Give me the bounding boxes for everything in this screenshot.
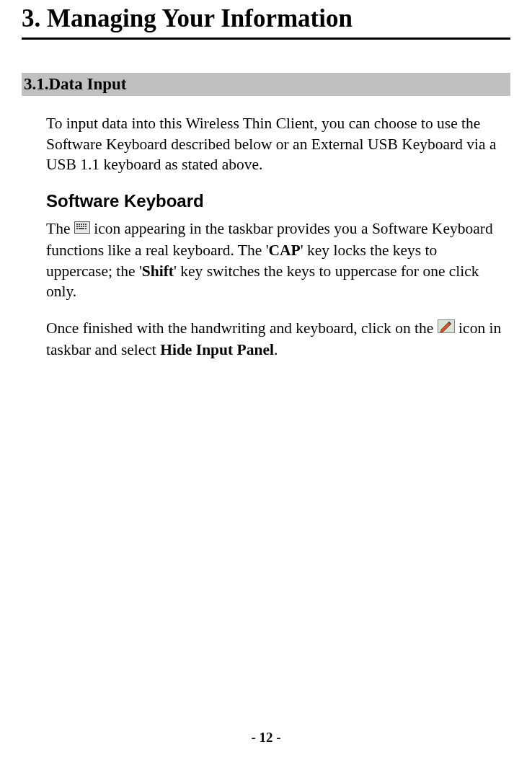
svg-rect-8	[81, 226, 82, 227]
page-number: - 12 -	[0, 730, 532, 746]
hide-input-panel-label: Hide Input Panel	[160, 341, 274, 358]
svg-rect-4	[83, 224, 84, 225]
svg-rect-3	[81, 224, 82, 225]
paragraph-hide-panel: Once finished with the handwriting and k…	[46, 318, 503, 361]
paragraph-software-keyboard: The icon appearing in the taskbar provid…	[46, 218, 503, 302]
content-area: To input data into this Wireless Thin Cl…	[22, 113, 510, 361]
svg-rect-9	[83, 226, 84, 227]
pencil-input-icon	[438, 318, 455, 339]
cap-key-label: CAP	[269, 242, 301, 259]
shift-key-label: Shift	[142, 262, 174, 280]
section-heading: 3.1.Data Input	[22, 73, 510, 96]
svg-rect-0	[74, 221, 89, 233]
subheading-software-keyboard: Software Keyboard	[46, 191, 503, 211]
svg-rect-12	[79, 228, 84, 229]
text-fragment: Once finished with the handwriting and k…	[46, 319, 438, 337]
text-fragment: .	[274, 341, 278, 358]
keyboard-icon	[74, 218, 90, 239]
svg-rect-7	[79, 226, 80, 227]
svg-rect-1	[76, 224, 78, 225]
text-fragment: The	[46, 220, 74, 237]
chapter-title: 3. Managing Your Information	[22, 0, 510, 40]
svg-rect-5	[85, 224, 87, 225]
svg-rect-2	[79, 224, 80, 225]
svg-rect-6	[76, 226, 78, 227]
svg-rect-13	[85, 228, 87, 229]
intro-paragraph: To input data into this Wireless Thin Cl…	[46, 113, 503, 175]
svg-rect-11	[76, 228, 78, 229]
svg-rect-10	[85, 226, 87, 227]
